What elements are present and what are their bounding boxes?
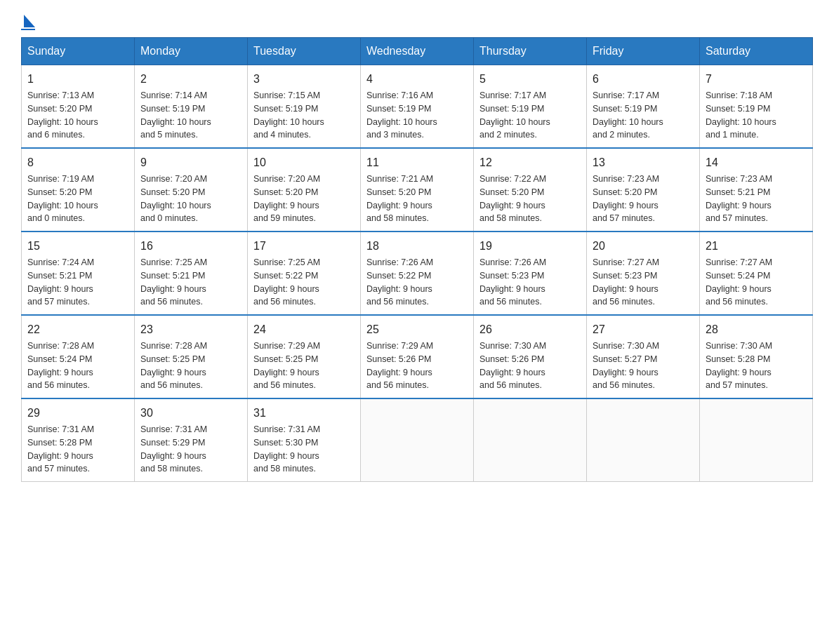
calendar-week-row: 22Sunrise: 7:28 AM Sunset: 5:24 PM Dayli… <box>22 315 813 398</box>
day-number: 31 <box>253 405 355 422</box>
day-number: 20 <box>593 238 694 255</box>
calendar-day-cell: 20Sunrise: 7:27 AM Sunset: 5:23 PM Dayli… <box>587 232 700 315</box>
day-info: Sunrise: 7:30 AM Sunset: 5:26 PM Dayligh… <box>479 340 581 392</box>
day-number: 11 <box>366 154 468 171</box>
calendar-day-header: Saturday <box>700 38 813 65</box>
day-info: Sunrise: 7:16 AM Sunset: 5:19 PM Dayligh… <box>366 89 468 142</box>
day-info: Sunrise: 7:28 AM Sunset: 5:24 PM Dayligh… <box>27 340 128 392</box>
calendar-day-cell: 16Sunrise: 7:25 AM Sunset: 5:21 PM Dayli… <box>135 232 248 315</box>
day-number: 23 <box>140 321 241 338</box>
calendar-day-cell: 4Sunrise: 7:16 AM Sunset: 5:19 PM Daylig… <box>361 65 474 149</box>
day-info: Sunrise: 7:27 AM Sunset: 5:24 PM Dayligh… <box>706 256 807 309</box>
logo-arrow-icon <box>24 15 35 27</box>
calendar-day-cell: 14Sunrise: 7:23 AM Sunset: 5:21 PM Dayli… <box>700 148 813 232</box>
calendar-day-cell <box>361 398 474 482</box>
calendar-day-header: Wednesday <box>361 38 474 65</box>
calendar-day-cell: 29Sunrise: 7:31 AM Sunset: 5:28 PM Dayli… <box>22 398 135 482</box>
day-number: 25 <box>366 321 468 338</box>
day-info: Sunrise: 7:30 AM Sunset: 5:27 PM Dayligh… <box>593 340 694 392</box>
calendar-day-cell <box>587 398 700 482</box>
calendar-week-row: 29Sunrise: 7:31 AM Sunset: 5:28 PM Dayli… <box>22 398 813 482</box>
calendar-day-cell: 15Sunrise: 7:24 AM Sunset: 5:21 PM Dayli… <box>22 232 135 315</box>
calendar-week-row: 8Sunrise: 7:19 AM Sunset: 5:20 PM Daylig… <box>22 148 813 232</box>
calendar-day-cell: 3Sunrise: 7:15 AM Sunset: 5:19 PM Daylig… <box>248 65 361 149</box>
day-number: 18 <box>366 238 468 255</box>
day-number: 21 <box>706 238 807 255</box>
calendar-day-cell: 6Sunrise: 7:17 AM Sunset: 5:19 PM Daylig… <box>587 65 700 149</box>
calendar-header-row: SundayMondayTuesdayWednesdayThursdayFrid… <box>22 38 813 65</box>
day-info: Sunrise: 7:25 AM Sunset: 5:21 PM Dayligh… <box>140 256 241 309</box>
calendar-day-cell: 24Sunrise: 7:29 AM Sunset: 5:25 PM Dayli… <box>248 315 361 398</box>
day-number: 3 <box>253 71 355 88</box>
day-number: 26 <box>479 321 581 338</box>
day-info: Sunrise: 7:17 AM Sunset: 5:19 PM Dayligh… <box>593 89 694 142</box>
day-number: 16 <box>140 238 241 255</box>
day-info: Sunrise: 7:14 AM Sunset: 5:19 PM Dayligh… <box>140 89 241 142</box>
day-number: 5 <box>479 71 581 88</box>
day-info: Sunrise: 7:15 AM Sunset: 5:19 PM Dayligh… <box>253 89 355 142</box>
day-info: Sunrise: 7:31 AM Sunset: 5:29 PM Dayligh… <box>140 423 241 476</box>
calendar-day-cell: 31Sunrise: 7:31 AM Sunset: 5:30 PM Dayli… <box>248 398 361 482</box>
day-number: 6 <box>593 71 694 88</box>
calendar-table: SundayMondayTuesdayWednesdayThursdayFrid… <box>21 37 813 482</box>
day-info: Sunrise: 7:30 AM Sunset: 5:28 PM Dayligh… <box>706 340 807 392</box>
day-number: 17 <box>253 238 355 255</box>
day-info: Sunrise: 7:21 AM Sunset: 5:20 PM Dayligh… <box>366 173 468 225</box>
calendar-day-cell: 5Sunrise: 7:17 AM Sunset: 5:19 PM Daylig… <box>474 65 587 149</box>
calendar-day-cell: 9Sunrise: 7:20 AM Sunset: 5:20 PM Daylig… <box>135 148 248 232</box>
day-info: Sunrise: 7:22 AM Sunset: 5:20 PM Dayligh… <box>479 173 581 225</box>
day-number: 30 <box>140 405 241 422</box>
day-number: 14 <box>706 154 807 171</box>
day-info: Sunrise: 7:18 AM Sunset: 5:19 PM Dayligh… <box>706 89 807 142</box>
day-info: Sunrise: 7:27 AM Sunset: 5:23 PM Dayligh… <box>593 256 694 309</box>
day-info: Sunrise: 7:26 AM Sunset: 5:23 PM Dayligh… <box>479 256 581 309</box>
day-number: 15 <box>27 238 128 255</box>
page-header <box>21 14 813 30</box>
calendar-day-cell: 10Sunrise: 7:20 AM Sunset: 5:20 PM Dayli… <box>248 148 361 232</box>
day-info: Sunrise: 7:26 AM Sunset: 5:22 PM Dayligh… <box>366 256 468 309</box>
day-info: Sunrise: 7:25 AM Sunset: 5:22 PM Dayligh… <box>253 256 355 309</box>
calendar-day-cell: 7Sunrise: 7:18 AM Sunset: 5:19 PM Daylig… <box>700 65 813 149</box>
day-number: 7 <box>706 71 807 88</box>
day-number: 19 <box>479 238 581 255</box>
calendar-day-cell: 1Sunrise: 7:13 AM Sunset: 5:20 PM Daylig… <box>22 65 135 149</box>
day-info: Sunrise: 7:24 AM Sunset: 5:21 PM Dayligh… <box>27 256 128 309</box>
logo-underline <box>21 29 35 30</box>
day-info: Sunrise: 7:20 AM Sunset: 5:20 PM Dayligh… <box>140 173 241 225</box>
calendar-day-cell: 11Sunrise: 7:21 AM Sunset: 5:20 PM Dayli… <box>361 148 474 232</box>
calendar-day-cell <box>474 398 587 482</box>
day-number: 22 <box>27 321 128 338</box>
day-info: Sunrise: 7:19 AM Sunset: 5:20 PM Dayligh… <box>27 173 128 225</box>
calendar-day-cell: 27Sunrise: 7:30 AM Sunset: 5:27 PM Dayli… <box>587 315 700 398</box>
day-number: 27 <box>593 321 694 338</box>
day-info: Sunrise: 7:29 AM Sunset: 5:26 PM Dayligh… <box>366 340 468 392</box>
day-number: 24 <box>253 321 355 338</box>
day-number: 4 <box>366 71 468 88</box>
calendar-week-row: 1Sunrise: 7:13 AM Sunset: 5:20 PM Daylig… <box>22 65 813 149</box>
day-info: Sunrise: 7:20 AM Sunset: 5:20 PM Dayligh… <box>253 173 355 225</box>
calendar-day-cell <box>700 398 813 482</box>
day-number: 29 <box>27 405 128 422</box>
day-info: Sunrise: 7:17 AM Sunset: 5:19 PM Dayligh… <box>479 89 581 142</box>
logo <box>21 14 35 30</box>
day-info: Sunrise: 7:23 AM Sunset: 5:21 PM Dayligh… <box>706 173 807 225</box>
calendar-day-header: Thursday <box>474 38 587 65</box>
day-info: Sunrise: 7:29 AM Sunset: 5:25 PM Dayligh… <box>253 340 355 392</box>
calendar-day-cell: 12Sunrise: 7:22 AM Sunset: 5:20 PM Dayli… <box>474 148 587 232</box>
calendar-day-cell: 8Sunrise: 7:19 AM Sunset: 5:20 PM Daylig… <box>22 148 135 232</box>
day-number: 9 <box>140 154 241 171</box>
day-number: 1 <box>27 71 128 88</box>
day-info: Sunrise: 7:31 AM Sunset: 5:28 PM Dayligh… <box>27 423 128 476</box>
calendar-day-header: Monday <box>135 38 248 65</box>
calendar-day-cell: 19Sunrise: 7:26 AM Sunset: 5:23 PM Dayli… <box>474 232 587 315</box>
calendar-day-cell: 21Sunrise: 7:27 AM Sunset: 5:24 PM Dayli… <box>700 232 813 315</box>
day-info: Sunrise: 7:31 AM Sunset: 5:30 PM Dayligh… <box>253 423 355 476</box>
day-number: 10 <box>253 154 355 171</box>
calendar-day-cell: 17Sunrise: 7:25 AM Sunset: 5:22 PM Dayli… <box>248 232 361 315</box>
calendar-day-cell: 2Sunrise: 7:14 AM Sunset: 5:19 PM Daylig… <box>135 65 248 149</box>
calendar-day-header: Sunday <box>22 38 135 65</box>
calendar-day-cell: 30Sunrise: 7:31 AM Sunset: 5:29 PM Dayli… <box>135 398 248 482</box>
day-info: Sunrise: 7:23 AM Sunset: 5:20 PM Dayligh… <box>593 173 694 225</box>
calendar-day-cell: 22Sunrise: 7:28 AM Sunset: 5:24 PM Dayli… <box>22 315 135 398</box>
day-number: 2 <box>140 71 241 88</box>
